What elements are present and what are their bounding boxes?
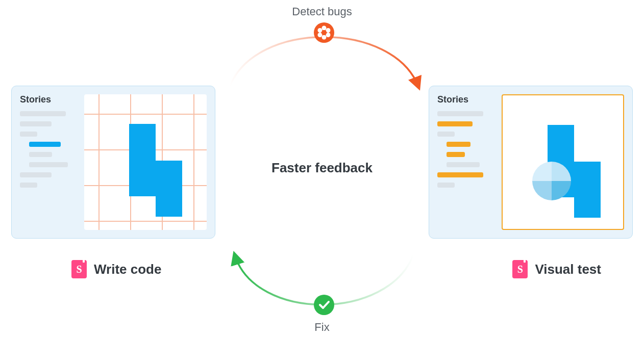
label-faster-feedback: Faster feedback xyxy=(271,160,373,175)
svg-point-0 xyxy=(314,22,334,43)
storybook-icon: S xyxy=(71,260,87,278)
canvas-write-code xyxy=(84,94,207,230)
svg-point-4 xyxy=(322,35,327,40)
arc-detect-bugs xyxy=(230,37,418,87)
label-fix: Fix xyxy=(314,321,329,334)
sidebar-left: Stories xyxy=(20,94,77,230)
caption-text: Write code xyxy=(94,262,161,277)
label-detect-bugs: Detect bugs xyxy=(292,5,352,18)
svg-point-6 xyxy=(318,28,323,33)
svg-point-8 xyxy=(314,295,334,315)
panel-visual-test: Stories xyxy=(429,86,633,239)
storybook-icon: S xyxy=(512,260,528,278)
arc-fix xyxy=(235,255,413,305)
sidebar-title: Stories xyxy=(20,94,77,105)
svg-point-3 xyxy=(326,33,331,37)
check-icon xyxy=(314,295,334,315)
svg-point-1 xyxy=(322,26,327,31)
panel-write-code: Stories xyxy=(11,86,215,239)
chromatic-icon xyxy=(314,22,334,43)
svg-point-5 xyxy=(318,33,323,37)
sidebar-right: Stories xyxy=(437,94,494,230)
visual-diff-icon xyxy=(532,162,571,200)
caption-visual-test: S Visual test xyxy=(512,260,601,278)
caption-write-code: S Write code xyxy=(71,260,161,278)
sidebar-title: Stories xyxy=(437,94,494,105)
canvas-visual-test xyxy=(502,94,624,230)
svg-point-7 xyxy=(321,30,327,35)
svg-point-2 xyxy=(326,28,331,33)
caption-text: Visual test xyxy=(535,262,601,277)
